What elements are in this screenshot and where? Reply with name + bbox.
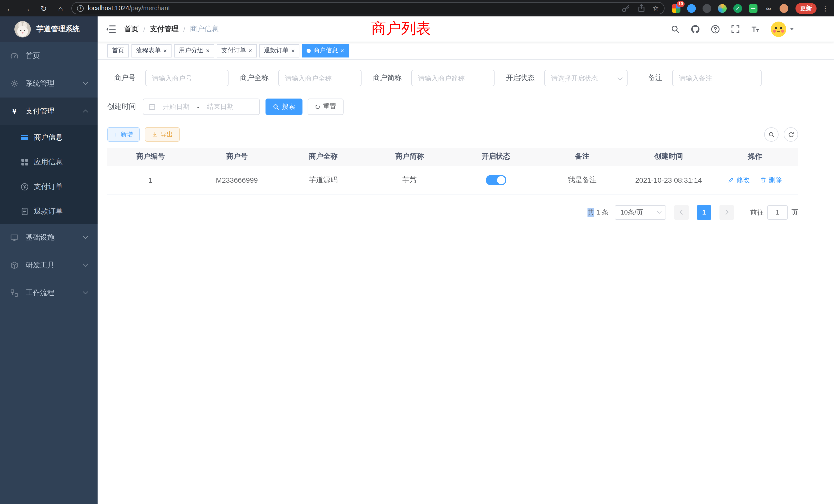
edit-button[interactable]: 修改 — [728, 176, 750, 185]
tag-home[interactable]: 首页 — [107, 44, 129, 57]
bookmark-star-icon[interactable]: ☆ — [653, 5, 659, 12]
tag-refund-order[interactable]: 退款订单 × — [259, 44, 300, 57]
cell-create-time: 2021-10-23 08:31:14 — [626, 166, 712, 194]
search-button[interactable]: 搜索 — [265, 98, 303, 115]
share-icon[interactable] — [637, 4, 646, 13]
extension-dark-icon[interactable] — [703, 4, 711, 13]
table-row: 1 M233666999 芋道源码 芋艿 我是备注 2021-10-23 08:… — [107, 166, 798, 194]
user-avatar — [771, 21, 786, 37]
merchant-short-input[interactable] — [411, 70, 495, 86]
refresh-table-button[interactable] — [784, 127, 798, 142]
extension-note-icon[interactable] — [749, 4, 758, 13]
col-merchant-short: 商户简称 — [367, 148, 453, 166]
extension-knot-icon[interactable]: ∞ — [764, 4, 773, 13]
date-range-picker[interactable]: 开始日期 - 结束日期 — [143, 98, 260, 115]
screen: ← → ↻ ⌂ i localhost:1024/pay/merchant ☆ … — [0, 0, 834, 504]
reload-icon[interactable]: ↻ — [39, 4, 48, 12]
address-bar[interactable]: i localhost:1024/pay/merchant ☆ — [71, 2, 664, 14]
sidebar-item-workflow[interactable]: 工作流程 — [0, 279, 97, 307]
cell-merchant-id: 1 — [107, 166, 194, 194]
tag-user-group[interactable]: 用户分组 × — [174, 44, 214, 57]
sidebar-item-system[interactable]: 系统管理 — [0, 70, 97, 97]
download-icon — [151, 131, 158, 138]
back-icon[interactable]: ← — [5, 4, 14, 12]
home-icon[interactable]: ⌂ — [56, 4, 65, 12]
merchant-no-input[interactable] — [145, 70, 228, 86]
extension-grid-icon[interactable]: 10 — [672, 4, 680, 13]
forward-icon[interactable]: → — [22, 4, 31, 12]
sidebar-item-refund-order[interactable]: 退款订单 — [0, 199, 97, 224]
edit-icon — [728, 177, 734, 183]
prev-page-button[interactable] — [674, 205, 689, 220]
breadcrumb-home[interactable]: 首页 — [124, 24, 139, 33]
close-icon[interactable]: × — [163, 47, 167, 54]
search-icon[interactable] — [671, 24, 680, 33]
add-button[interactable]: + 新增 — [107, 127, 139, 142]
remark-input[interactable] — [672, 70, 762, 86]
pagination-total: 共 1 条 — [588, 208, 609, 217]
close-icon[interactable]: × — [206, 47, 210, 54]
close-icon[interactable]: × — [291, 47, 295, 54]
col-remark: 备注 — [539, 148, 625, 166]
browser-profile-avatar[interactable] — [780, 4, 788, 13]
user-menu[interactable] — [771, 21, 794, 37]
merchant-name-input[interactable] — [278, 70, 361, 86]
breadcrumb-separator: / — [183, 25, 185, 33]
reset-button[interactable]: ↻ 重置 — [308, 98, 344, 115]
font-size-icon[interactable] — [751, 24, 760, 33]
github-icon[interactable] — [691, 24, 700, 33]
next-page-button[interactable] — [720, 205, 734, 220]
extension-drop-icon[interactable] — [687, 4, 696, 13]
tag-label: 商户信息 — [313, 46, 338, 55]
help-icon[interactable] — [711, 24, 720, 33]
chevron-down-icon — [83, 289, 88, 294]
sidebar-item-home[interactable]: 首页 — [0, 42, 97, 70]
total-prefix: 共 — [588, 208, 594, 217]
date-separator: - — [195, 103, 202, 111]
gear-icon — [10, 79, 19, 88]
payment-submenu: 商户信息 应用信息 支付订单 退款订单 — [0, 125, 97, 224]
hamburger-icon[interactable] — [106, 24, 116, 34]
col-actions: 操作 — [712, 148, 798, 166]
extension-check-icon[interactable]: ✓ — [733, 4, 742, 13]
close-icon[interactable]: × — [248, 47, 252, 54]
browser-menu-icon[interactable]: ⋮ — [822, 4, 829, 12]
goto-page-input[interactable] — [767, 205, 788, 220]
tag-merchant-info[interactable]: 商户信息 × — [302, 44, 349, 57]
site-info-icon[interactable]: i — [77, 5, 84, 12]
sidebar-item-payment[interactable]: ¥ 支付管理 — [0, 97, 97, 125]
sidebar-item-label: 首页 — [26, 51, 40, 61]
sidebar-item-label: 商户信息 — [34, 133, 63, 142]
password-key-icon[interactable] — [622, 4, 631, 13]
browser-update-button[interactable]: 更新 — [795, 3, 816, 14]
chevron-up-icon — [83, 110, 88, 115]
status-select-input[interactable] — [544, 70, 628, 86]
sidebar-item-merchant-info[interactable]: 商户信息 — [0, 125, 97, 150]
export-button[interactable]: 导出 — [145, 127, 179, 142]
delete-button[interactable]: 删除 — [760, 176, 782, 185]
date-end-placeholder[interactable]: 结束日期 — [202, 102, 239, 111]
merchant-no-label: 商户号 — [114, 73, 136, 83]
toggle-search-button[interactable] — [764, 127, 778, 142]
extension-rainbow-icon[interactable] — [718, 4, 727, 13]
cell-merchant-no: M233666999 — [194, 166, 280, 194]
breadcrumb-payment[interactable]: 支付管理 — [150, 24, 179, 33]
tag-pay-order[interactable]: 支付订单 × — [217, 44, 257, 57]
tag-label: 流程表单 — [136, 46, 161, 55]
status-select[interactable] — [544, 70, 628, 86]
page-number-1[interactable]: 1 — [697, 205, 711, 220]
sidebar-logo[interactable]: 芋道管理系统 — [0, 17, 97, 42]
sidebar-item-app-info[interactable]: 应用信息 — [0, 150, 97, 175]
sidebar-item-pay-order[interactable]: 支付订单 — [0, 175, 97, 199]
page-size-select[interactable]: 10条/页 — [615, 205, 666, 220]
dashboard-icon — [10, 52, 19, 60]
logo-avatar — [14, 21, 31, 38]
fullscreen-icon[interactable] — [731, 24, 740, 33]
status-toggle[interactable] — [486, 175, 506, 185]
date-start-placeholder[interactable]: 开始日期 — [158, 102, 195, 111]
export-button-label: 导出 — [160, 130, 173, 139]
sidebar-item-dev-tools[interactable]: 研发工具 — [0, 251, 97, 279]
close-icon[interactable]: × — [341, 47, 344, 54]
tag-process-form[interactable]: 流程表单 × — [131, 44, 172, 57]
sidebar-item-infra[interactable]: 基础设施 — [0, 224, 97, 251]
